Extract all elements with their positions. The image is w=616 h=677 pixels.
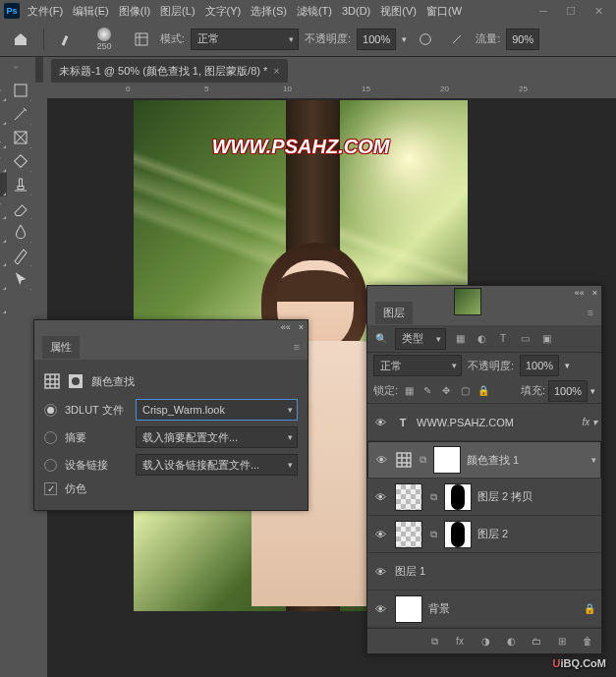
menu-window[interactable]: 窗口(W <box>426 4 462 19</box>
select-devlink[interactable]: 载入设备链接配置文件... <box>136 454 298 476</box>
minimize-button[interactable]: ─ <box>530 0 557 22</box>
filter-shape-icon[interactable]: ▭ <box>517 332 532 346</box>
panel-close-icon[interactable]: × <box>299 322 304 332</box>
filter-adjust-icon[interactable]: ◐ <box>474 332 489 346</box>
layer-thumbnail[interactable] <box>454 288 481 315</box>
menu-image[interactable]: 图像(I) <box>119 4 150 19</box>
blur-tool[interactable] <box>7 220 34 244</box>
visibility-icon[interactable]: 👁 <box>371 566 389 578</box>
home-icon[interactable] <box>8 27 33 52</box>
fx-badge[interactable]: fx ▾ <box>582 417 597 427</box>
layer-thumbnail[interactable] <box>395 521 422 548</box>
layer-thumbnail[interactable] <box>395 595 422 623</box>
move-tool[interactable] <box>0 79 7 102</box>
radio-3dlut[interactable] <box>44 404 57 417</box>
fill-value[interactable]: 100% <box>548 380 588 402</box>
menu-type[interactable]: 文字(Y) <box>205 4 242 19</box>
tool-preset-icon[interactable] <box>54 27 80 52</box>
delete-layer-icon[interactable]: 🗑 <box>580 635 595 649</box>
menu-layer[interactable]: 图层(L) <box>160 4 195 19</box>
opacity-value[interactable]: 100% <box>357 28 396 50</box>
menu-view[interactable]: 视图(V) <box>380 4 417 19</box>
select-3dlut[interactable]: Crisp_Warm.look <box>136 399 298 421</box>
mask-thumbnail[interactable] <box>444 521 472 548</box>
link-icon[interactable]: ⧉ <box>428 491 438 503</box>
visibility-icon[interactable]: 👁 <box>371 491 389 503</box>
check-dither[interactable] <box>44 482 57 495</box>
document-tab[interactable]: 未标题-1 @ 50% (颜色查找 1, 图层蒙版/8) * × <box>51 59 288 83</box>
link-icon[interactable]: ⧉ <box>428 529 438 540</box>
lock-artboard-icon[interactable]: ▢ <box>457 384 473 398</box>
add-mask-icon[interactable]: ◑ <box>477 635 493 649</box>
new-adjustment-icon[interactable]: ◐ <box>503 635 519 649</box>
panel-menu-icon[interactable]: ≡ <box>294 341 300 353</box>
visibility-icon[interactable]: 👁 <box>371 417 389 428</box>
layers-menu-icon[interactable]: ≡ <box>588 307 593 318</box>
path-select-tool[interactable] <box>7 267 34 291</box>
brush-tool[interactable] <box>0 173 7 197</box>
type-tool[interactable] <box>0 267 7 291</box>
layer-thumbnail[interactable] <box>395 483 422 511</box>
blend-mode-select[interactable]: 正常 <box>373 355 462 376</box>
layer-row[interactable]: 👁 背景 🔒 <box>367 591 601 628</box>
panel-collapse-icon[interactable]: «« <box>281 322 291 332</box>
eraser-tool[interactable] <box>7 197 34 220</box>
shape-tool[interactable] <box>0 291 7 314</box>
mode-select[interactable]: 正常 <box>191 28 299 50</box>
properties-tab[interactable]: 属性 <box>42 336 80 359</box>
flow-value[interactable]: 90% <box>506 28 539 50</box>
new-group-icon[interactable]: 🗀 <box>529 635 544 649</box>
new-layer-icon[interactable]: ⊞ <box>554 635 570 649</box>
collapse-arrows-icon[interactable]: « <box>0 61 31 73</box>
visibility-icon[interactable]: 👁 <box>372 454 390 466</box>
pressure-opacity-icon[interactable] <box>413 27 438 52</box>
lock-position-icon[interactable]: ✥ <box>438 384 454 398</box>
gradient-tool[interactable] <box>0 220 7 244</box>
visibility-icon[interactable]: 👁 <box>371 603 389 615</box>
layer-row[interactable]: 👁 ⧉ 颜色查找 1 <box>367 441 601 479</box>
lock-pixels-icon[interactable]: ▦ <box>401 384 417 398</box>
filter-type-icon[interactable]: T <box>495 332 511 346</box>
radio-abstract[interactable] <box>44 431 57 444</box>
frame-tool[interactable] <box>7 126 34 149</box>
lock-all-icon[interactable]: 🔒 <box>476 384 491 398</box>
menu-3d[interactable]: 3D(D) <box>342 5 370 17</box>
pen-tool[interactable] <box>7 244 34 267</box>
menu-filter[interactable]: 滤镜(T) <box>297 4 332 19</box>
dodge-tool[interactable] <box>0 244 7 267</box>
history-brush-tool[interactable] <box>0 197 7 220</box>
brush-panel-icon[interactable] <box>129 27 154 52</box>
crop-tool[interactable] <box>0 126 7 149</box>
filter-smart-icon[interactable]: ▣ <box>538 332 554 346</box>
menu-edit[interactable]: 编辑(E) <box>73 4 109 19</box>
filter-kind-select[interactable]: 类型 <box>395 328 446 350</box>
stamp-tool[interactable] <box>7 173 34 197</box>
link-icon[interactable]: ⧉ <box>418 454 427 466</box>
select-abstract[interactable]: 载入摘要配置文件... <box>136 426 298 448</box>
mask-thumbnail[interactable] <box>433 446 461 474</box>
tab-close-icon[interactable]: × <box>273 65 279 77</box>
layer-style-icon[interactable]: fx <box>452 635 468 649</box>
brush-preview[interactable]: 250 <box>85 28 123 51</box>
menu-file[interactable]: 文件(F) <box>28 4 63 19</box>
layers-collapse-icon[interactable]: «« <box>575 288 585 298</box>
layer-row[interactable]: 👁 ⧉ 图层 2 拷贝 <box>367 479 601 516</box>
mask-thumbnail[interactable] <box>444 483 472 511</box>
layer-row[interactable]: 👁 T WWW.PSAHZ.COM fx ▾ <box>367 404 601 441</box>
layer-opacity-value[interactable]: 100% <box>520 355 559 376</box>
artboard-tool[interactable] <box>7 79 34 102</box>
eyedropper-tool[interactable] <box>0 149 7 173</box>
filter-pixel-icon[interactable]: ▦ <box>452 332 468 346</box>
heal-tool[interactable] <box>7 149 34 173</box>
layers-tab[interactable]: 图层 <box>375 302 413 324</box>
maximize-button[interactable]: ☐ <box>557 0 585 22</box>
wand-tool[interactable] <box>7 102 34 126</box>
airbrush-icon[interactable] <box>444 27 470 52</box>
lasso-tool[interactable] <box>0 102 7 126</box>
layers-close-icon[interactable]: × <box>592 288 597 298</box>
radio-devlink[interactable] <box>44 459 57 472</box>
link-layers-icon[interactable]: ⧉ <box>426 635 442 649</box>
close-button[interactable]: ✕ <box>585 0 612 22</box>
lock-brush-icon[interactable]: ✎ <box>420 384 435 398</box>
visibility-icon[interactable]: 👁 <box>371 529 389 540</box>
